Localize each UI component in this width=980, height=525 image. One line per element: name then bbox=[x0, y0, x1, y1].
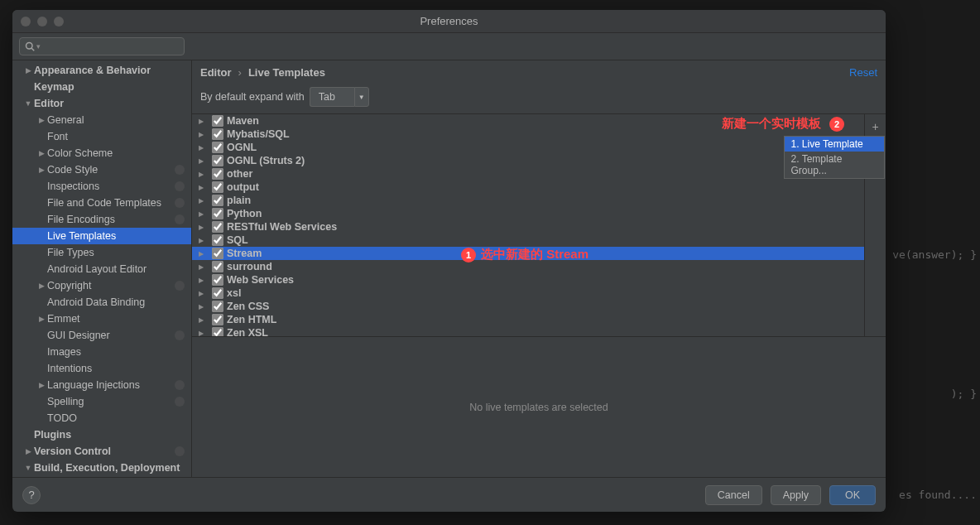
sidebar-item[interactable]: General bbox=[12, 112, 191, 128]
sidebar-item[interactable]: Build, Execution, Deployment bbox=[12, 460, 191, 476]
sidebar-item[interactable]: Plugins bbox=[12, 426, 191, 443]
template-checkbox[interactable] bbox=[212, 195, 223, 206]
sidebar-item-label: Android Layout Editor bbox=[47, 263, 185, 275]
template-group-row[interactable]: Zen HTML bbox=[192, 313, 864, 326]
template-checkbox[interactable] bbox=[212, 181, 223, 193]
template-checkbox[interactable] bbox=[212, 327, 223, 336]
minimize-window-button[interactable] bbox=[37, 17, 47, 26]
sidebar-item-label: Language Injections bbox=[47, 379, 175, 391]
sidebar-item[interactable]: Editor bbox=[12, 95, 191, 112]
popup-template-group[interactable]: 2. Template Group... bbox=[785, 152, 884, 178]
reset-link[interactable]: Reset bbox=[849, 66, 877, 79]
breadcrumb-parent[interactable]: Editor bbox=[200, 66, 232, 79]
template-group-row[interactable]: Zen XSL bbox=[192, 326, 864, 336]
template-checkbox[interactable] bbox=[212, 142, 223, 153]
add-button[interactable]: + 1. Live Template 2. Template Group... bbox=[867, 118, 885, 136]
apply-button[interactable]: Apply bbox=[771, 485, 821, 505]
sidebar-item[interactable]: Images bbox=[12, 344, 191, 360]
sidebar-item-label: General bbox=[47, 114, 185, 126]
template-label: Web Services bbox=[227, 274, 294, 286]
template-checkbox[interactable] bbox=[212, 274, 223, 286]
template-group-row[interactable]: Mybatis/SQL bbox=[192, 128, 864, 141]
expand-arrow-icon bbox=[22, 66, 34, 75]
sidebar-item[interactable]: Spelling bbox=[12, 393, 191, 410]
template-group-row[interactable]: Python bbox=[192, 207, 864, 220]
expand-arrow-icon bbox=[36, 315, 47, 323]
template-checkbox[interactable] bbox=[212, 208, 223, 219]
sidebar-item[interactable]: Code Style bbox=[12, 161, 191, 178]
template-checkbox[interactable] bbox=[212, 168, 223, 180]
ok-button[interactable]: OK bbox=[829, 485, 876, 505]
template-checkbox[interactable] bbox=[212, 155, 223, 166]
sidebar-item[interactable]: Keymap bbox=[12, 79, 191, 95]
sidebar-item[interactable]: Appearance & Behavior bbox=[12, 62, 191, 79]
template-group-row[interactable]: surround bbox=[192, 260, 864, 273]
template-checkbox[interactable] bbox=[212, 261, 223, 272]
template-checkbox[interactable] bbox=[212, 128, 223, 140]
sidebar-item[interactable]: File Encodings bbox=[12, 211, 191, 228]
template-group-row[interactable]: OGNL (Struts 2) bbox=[192, 154, 864, 167]
template-group-row[interactable]: Stream bbox=[192, 247, 864, 260]
sidebar-item[interactable]: File and Code Templates bbox=[12, 195, 191, 211]
popup-live-template[interactable]: 1. Live Template bbox=[785, 137, 884, 152]
template-group-row[interactable]: xsl bbox=[192, 287, 864, 300]
template-label: other bbox=[227, 168, 252, 180]
template-checkbox[interactable] bbox=[212, 115, 223, 127]
template-group-row[interactable]: OGNL bbox=[192, 141, 864, 154]
template-checkbox[interactable] bbox=[212, 221, 223, 233]
sidebar-item-label: File Encodings bbox=[47, 214, 175, 225]
sidebar-item[interactable]: Font bbox=[12, 128, 191, 145]
template-checkbox[interactable] bbox=[212, 234, 223, 246]
scope-badge-icon bbox=[175, 446, 185, 456]
sidebar-item[interactable]: Language Injections bbox=[12, 377, 191, 393]
template-group-row[interactable]: Web Services bbox=[192, 273, 864, 287]
scope-badge-icon bbox=[175, 380, 185, 390]
templates-list[interactable]: MavenMybatis/SQLOGNLOGNL (Struts 2)other… bbox=[192, 114, 864, 336]
sidebar-item[interactable]: Version Control bbox=[12, 443, 191, 460]
sidebar-item[interactable]: GUI Designer bbox=[12, 327, 191, 344]
breadcrumb-separator: › bbox=[238, 66, 242, 79]
sidebar-item-label: GUI Designer bbox=[47, 330, 175, 341]
plus-icon: + bbox=[872, 120, 878, 133]
expand-with-select[interactable]: Tab ▼ bbox=[310, 87, 369, 107]
expand-arrow-icon bbox=[199, 144, 209, 152]
expand-arrow-icon bbox=[199, 263, 209, 271]
help-button[interactable]: ? bbox=[22, 486, 41, 504]
template-group-row[interactable]: Maven bbox=[192, 114, 864, 128]
sidebar-item[interactable]: Copyright bbox=[12, 277, 191, 294]
template-label: surround bbox=[227, 261, 272, 272]
sidebar-item[interactable]: Inspections bbox=[12, 178, 191, 195]
template-checkbox[interactable] bbox=[212, 314, 223, 325]
sidebar-item[interactable]: Color Scheme bbox=[12, 145, 191, 161]
expand-arrow-icon bbox=[36, 381, 47, 389]
template-group-row[interactable]: output bbox=[192, 181, 864, 194]
scope-badge-icon bbox=[175, 281, 185, 291]
template-checkbox[interactable] bbox=[212, 287, 223, 299]
template-group-row[interactable]: SQL bbox=[192, 234, 864, 247]
template-group-row[interactable]: other bbox=[192, 167, 864, 181]
close-window-button[interactable] bbox=[21, 17, 31, 26]
sidebar-item[interactable]: Emmet bbox=[12, 311, 191, 327]
cancel-button[interactable]: Cancel bbox=[705, 485, 762, 505]
template-label: RESTful Web Services bbox=[227, 221, 337, 233]
expand-arrow-icon bbox=[22, 447, 34, 455]
background-code: ); } bbox=[951, 388, 977, 400]
template-group-row[interactable]: Zen CSS bbox=[192, 300, 864, 313]
sidebar-item[interactable]: Live Templates bbox=[12, 228, 191, 244]
template-checkbox[interactable] bbox=[212, 248, 223, 259]
template-group-row[interactable]: RESTful Web Services bbox=[192, 220, 864, 234]
background-code: ve(answer); } bbox=[892, 248, 977, 261]
maximize-window-button[interactable] bbox=[54, 17, 64, 26]
sidebar-item[interactable]: Android Data Binding bbox=[12, 294, 191, 311]
add-popup: 1. Live Template 2. Template Group... bbox=[784, 136, 885, 179]
template-checkbox[interactable] bbox=[212, 301, 223, 312]
sidebar-item[interactable]: Intentions bbox=[12, 360, 191, 377]
template-group-row[interactable]: plain bbox=[192, 194, 864, 207]
expand-arrow-icon bbox=[199, 316, 209, 324]
sidebar-item[interactable]: Android Layout Editor bbox=[12, 261, 191, 277]
sidebar-item[interactable]: TODO bbox=[12, 410, 191, 426]
settings-tree[interactable]: Appearance & BehaviorKeymapEditorGeneral… bbox=[12, 60, 192, 477]
sidebar-item[interactable]: File Types bbox=[12, 244, 191, 261]
search-input[interactable]: ▾ bbox=[19, 37, 185, 55]
sidebar-item-label: File and Code Templates bbox=[47, 197, 175, 209]
